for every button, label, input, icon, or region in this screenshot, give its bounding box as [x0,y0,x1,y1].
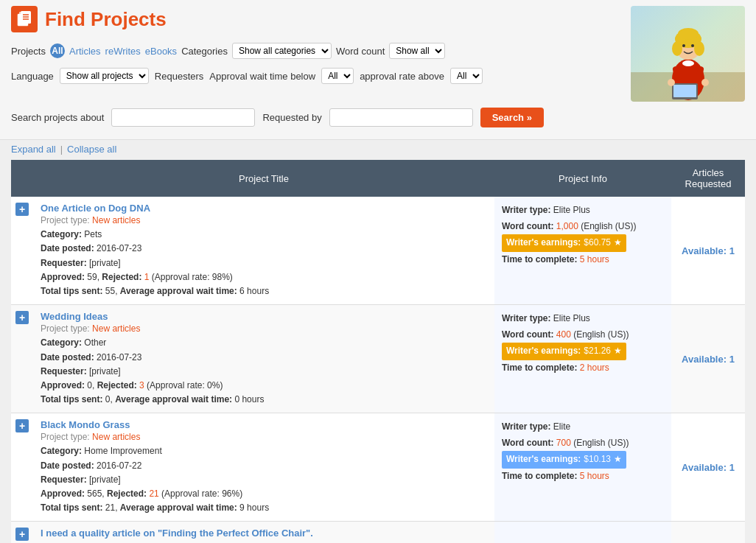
expand-cell: + [11,305,33,413]
rewrites-link[interactable]: reWrites [105,46,141,57]
table-row: + Wedding Ideas Project type: New articl… [11,305,745,413]
project-info-cell: Writer type: Elite Word count: 700 (Engl… [494,413,671,522]
col-articles-requested: Articles Requested [671,160,745,197]
earnings-badge: Writer's earnings: $21.26 ★ [502,343,626,360]
project-info-cell [494,522,671,543]
svg-rect-16 [673,85,696,97]
expand-cell: + [11,522,33,543]
project-title-link[interactable]: I need a quality article on "Finding the… [41,528,313,539]
star-icon: ★ [614,452,622,468]
svg-point-9 [672,41,682,56]
project-detail-cell: Black Mondo Grass Project type: New arti… [33,413,494,522]
svg-point-11 [678,28,699,40]
approval-rate-label: approval rate above [360,71,444,82]
results-table: Project Title Project Info Articles Requ… [11,160,745,543]
categories-label: Categories [181,46,228,57]
articles-available-count: 1 [729,245,735,256]
title-row: Find Projects [11,6,620,32]
articles-link[interactable]: Articles [69,46,101,57]
search-button[interactable]: Search » [480,108,544,127]
approval-label: Approval wait time below [209,71,315,82]
expand-cell: + [11,197,33,305]
table-row: +I need a quality article on "Finding th… [11,522,745,543]
search-row: Search projects about Requested by Searc… [11,102,745,133]
projects-nav-label: Projects [11,46,46,57]
search-projects-label: Search projects about [11,112,104,123]
approval-rate-select[interactable]: All [450,68,483,84]
collapse-all-link[interactable]: Collapse all [67,144,116,155]
requested-by-label: Requested by [262,112,321,123]
star-icon: ★ [614,235,622,251]
articles-available-cell [671,522,745,543]
page-title: Find Projects [45,8,167,31]
expand-all-link[interactable]: Expand all [11,144,56,155]
project-title-link[interactable]: Black Mondo Grass [41,419,130,430]
language-select[interactable]: Show all projects [60,68,149,84]
svg-point-14 [682,60,694,66]
expand-row-button[interactable]: + [15,419,29,432]
requested-by-input[interactable] [329,108,473,127]
project-title-link[interactable]: Wedding Ideas [41,311,108,322]
logo-icon [11,6,38,32]
articles-available-cell: Available: 1 [671,305,745,413]
wordcount-select[interactable]: Show all [389,43,445,59]
project-detail-cell: Wedding Ideas Project type: New articles… [33,305,494,413]
earnings-badge: Writer's earnings: $10.13 ★ [502,451,626,469]
language-label: Language [11,71,54,82]
articles-available-label: Available: [682,462,727,473]
col-project-info: Project Info [494,160,671,197]
articles-available-label: Available: [682,245,727,256]
project-detail-cell: I need a quality article on "Finding the… [33,522,494,543]
earnings-badge: Writer's earnings: $60.75 ★ [502,234,626,252]
rejected-link[interactable]: 21 [149,488,158,499]
banner-image [631,6,745,102]
articles-available-cell: Available: 1 [671,413,745,522]
expand-collapse-row: Expand all | Collapse all [11,140,745,158]
expand-row-button[interactable]: + [15,528,29,541]
project-info-cell: Writer type: Elite Plus Word count: 1,00… [494,197,671,305]
articles-available-label: Available: [682,354,727,365]
col-expand [11,160,33,197]
svg-point-10 [694,41,704,56]
table-header: Project Title Project Info Articles Requ… [11,160,745,197]
svg-point-13 [691,44,694,47]
articles-available-count: 1 [729,354,735,365]
col-project-title: Project Title [33,160,494,197]
svg-point-19 [668,79,675,86]
svg-point-12 [682,44,685,47]
articles-available-count: 1 [729,462,735,473]
projects-tbody: + One Article on Dog DNA Project type: N… [11,197,745,543]
wordcount-label: Word count [336,46,385,57]
svg-point-20 [701,79,709,86]
star-icon: ★ [614,343,622,360]
ebooks-link[interactable]: eBooks [145,46,177,57]
all-badge[interactable]: All [50,43,65,58]
project-detail-cell: One Article on Dog DNA Project type: New… [33,197,494,305]
project-info-cell: Writer type: Elite Plus Word count: 400 … [494,305,671,413]
articles-available-cell: Available: 1 [671,197,745,305]
filter-row: Language Show all projects Requesters Ap… [11,63,620,88]
rejected-link[interactable]: 1 [144,272,150,282]
rejected-link[interactable]: 3 [139,380,144,390]
expand-row-button[interactable]: + [15,311,29,324]
expand-row-button[interactable]: + [15,203,29,216]
expand-cell: + [11,413,33,522]
project-title-link[interactable]: One Article on Dog DNA [41,203,150,214]
categories-select[interactable]: Show all categories [232,43,332,59]
approval-wait-select[interactable]: All [321,68,354,84]
expand-separator: | [60,144,63,155]
requesters-label: Requesters [155,71,203,82]
table-row: + Black Mondo Grass Project type: New ar… [11,413,745,522]
nav-row: Projects All Articles reWrites eBooks Ca… [11,38,620,63]
table-row: + One Article on Dog DNA Project type: N… [11,197,745,305]
search-projects-input[interactable] [111,108,255,127]
